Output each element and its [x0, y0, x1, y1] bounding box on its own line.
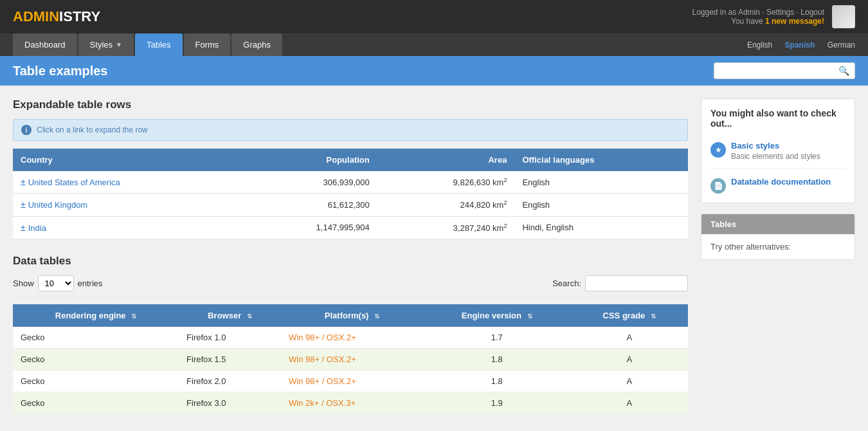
- logo-istry: ISTRY: [59, 8, 100, 24]
- admin-link[interactable]: Admin: [738, 8, 760, 17]
- platform-link[interactable]: Win 98+ / OSX.2+: [289, 333, 356, 342]
- new-message-badge[interactable]: 1 new message!: [765, 17, 824, 26]
- data-table-search[interactable]: [585, 275, 688, 291]
- sidebar-link-datatable-doc: 📄 Datatable documentation: [710, 177, 845, 194]
- basic-styles-icon: ★: [710, 142, 726, 158]
- data-tables-title: Data tables: [13, 255, 688, 268]
- col-version[interactable]: Engine version ⇅: [423, 304, 571, 327]
- exp-row-languages: Hindi, English: [514, 216, 688, 239]
- exp-col-languages: Official languages: [514, 149, 688, 171]
- col-browser[interactable]: Browser ⇅: [179, 304, 281, 327]
- col-platform[interactable]: Platform(s) ⇅: [281, 304, 423, 327]
- cell-grade: A: [571, 392, 689, 414]
- basic-styles-link[interactable]: Basic styles: [731, 141, 779, 151]
- sidebar-tables-body: Try other alternatives:: [701, 234, 854, 259]
- col-engine[interactable]: Rendering engine ⇅: [13, 304, 179, 327]
- data-table: Rendering engine ⇅ Browser ⇅ Platform(s)…: [13, 304, 688, 414]
- sidebar-link-basic-styles: ★ Basic styles Basic elements and styles: [710, 141, 845, 169]
- show-search-row: Show 10 25 50 100 entries Search:: [13, 275, 688, 298]
- expand-icon[interactable]: ±: [21, 223, 26, 233]
- cell-grade: A: [571, 327, 689, 349]
- main-content: Expandable table rows i Click on a link …: [0, 86, 868, 427]
- table-row: ±United States of America 306,939,000 9,…: [13, 171, 688, 194]
- lang-english[interactable]: English: [747, 41, 772, 50]
- exp-row-languages: English: [514, 194, 688, 216]
- datatable-doc-link[interactable]: Datatable documentation: [731, 177, 831, 187]
- message-text: You have 1 new message!: [692, 17, 824, 26]
- sort-icon-version: ⇅: [527, 313, 532, 320]
- cell-browser: Firefox 3.0: [179, 392, 281, 414]
- sidebar-tables-card: Tables Try other alternatives:: [701, 214, 855, 260]
- nav-left: Dashboard Styles ▼ Tables Forms Graphs: [13, 33, 284, 56]
- datatable-doc-icon: 📄: [710, 178, 726, 194]
- basic-styles-desc: Basic elements and styles: [731, 152, 820, 161]
- sidebar-link-datatable-text: Datatable documentation: [731, 177, 831, 187]
- country-link-uk[interactable]: United Kingdom: [28, 200, 88, 210]
- expand-icon[interactable]: ±: [21, 199, 26, 210]
- nav-graphs[interactable]: Graphs: [231, 33, 282, 56]
- search-input[interactable]: [719, 66, 838, 76]
- lang-spanish[interactable]: Spanish: [785, 41, 815, 50]
- sort-icon-engine: ⇅: [131, 313, 136, 320]
- settings-link[interactable]: Settings: [766, 8, 794, 17]
- sidebar-link-text: Basic styles Basic elements and styles: [731, 141, 820, 161]
- nav-dashboard[interactable]: Dashboard: [13, 33, 77, 56]
- topbar-info: Logged in as Admin · Settings · Logout Y…: [692, 8, 824, 26]
- expandable-section-title: Expandable table rows: [13, 98, 688, 111]
- data-tables-section: Data tables Show 10 25 50 100 entries Se…: [13, 255, 688, 414]
- show-label: Show: [13, 279, 34, 288]
- styles-dropdown-arrow: ▼: [116, 41, 122, 48]
- topbar: ADMINISTRY Logged in as Admin · Settings…: [0, 0, 868, 33]
- entries-select[interactable]: 10 25 50 100: [38, 275, 74, 291]
- sidebar-also-check-card: You might also want to check out... ★ Ba…: [701, 98, 855, 203]
- table-row: Gecko Firefox 3.0 Win 2k+ / OSX.3+ 1.9 A: [13, 392, 688, 414]
- exp-row-area: 9,826,630 km2: [377, 171, 515, 194]
- avatar-image: [833, 5, 854, 28]
- logo: ADMINISTRY: [13, 8, 100, 25]
- cell-browser: Firefox 1.5: [179, 348, 281, 370]
- avatar: [832, 5, 855, 28]
- exp-col-area: Area: [377, 149, 515, 171]
- info-box: i Click on a link to expand the row: [13, 119, 688, 141]
- info-icon: i: [21, 125, 32, 135]
- sidebar: You might also want to check out... ★ Ba…: [701, 98, 855, 270]
- cell-engine: Gecko: [13, 327, 179, 349]
- search-label: Search:: [552, 279, 581, 288]
- platform-link[interactable]: Win 98+ / OSX.2+: [289, 376, 356, 386]
- logout-link[interactable]: Logout: [800, 8, 824, 17]
- exp-row-area: 244,820 km2: [377, 194, 515, 216]
- platform-link[interactable]: Win 2k+ / OSX.3+: [289, 398, 356, 408]
- page-header: Table examples 🔍: [0, 56, 868, 86]
- exp-row-country: ±India: [13, 216, 240, 239]
- search-icon: 🔍: [838, 66, 849, 76]
- country-link-usa[interactable]: United States of America: [28, 178, 120, 187]
- nav-language-switcher: English · Spanish · German: [747, 41, 855, 50]
- sidebar-card-body: You might also want to check out... ★ Ba…: [701, 99, 854, 203]
- platform-link[interactable]: Win 98+ / OSX.2+: [289, 354, 356, 364]
- lang-german[interactable]: German: [827, 41, 855, 50]
- exp-row-languages: English: [514, 171, 688, 194]
- country-link-india[interactable]: India: [28, 223, 46, 233]
- cell-engine: Gecko: [13, 348, 179, 370]
- cell-browser: Firefox 1.0: [179, 327, 281, 349]
- cell-version: 1.8: [423, 370, 571, 392]
- navbar: Dashboard Styles ▼ Tables Forms Graphs E…: [0, 33, 868, 56]
- cell-platform: Win 2k+ / OSX.3+: [281, 392, 423, 414]
- exp-col-country: Country: [13, 149, 240, 171]
- page-title: Table examples: [13, 64, 107, 78]
- search-row: Search:: [552, 275, 688, 291]
- col-grade[interactable]: CSS grade ⇅: [571, 304, 689, 327]
- cell-browser: Firefox 2.0: [179, 370, 281, 392]
- content-left: Expandable table rows i Click on a link …: [13, 98, 688, 414]
- sidebar-tables-text: Try other alternatives:: [710, 242, 845, 252]
- nav-tables[interactable]: Tables: [135, 33, 183, 56]
- nav-styles[interactable]: Styles ▼: [78, 33, 134, 56]
- table-row: Gecko Firefox 1.5 Win 98+ / OSX.2+ 1.8 A: [13, 348, 688, 370]
- sidebar-tables-header: Tables: [701, 214, 854, 234]
- expand-icon[interactable]: ±: [21, 177, 26, 187]
- exp-row-population: 306,939,000: [240, 171, 377, 194]
- cell-engine: Gecko: [13, 392, 179, 414]
- expandable-section: Expandable table rows i Click on a link …: [13, 98, 688, 239]
- nav-forms[interactable]: Forms: [184, 33, 231, 56]
- show-entries: Show 10 25 50 100 entries: [13, 275, 103, 291]
